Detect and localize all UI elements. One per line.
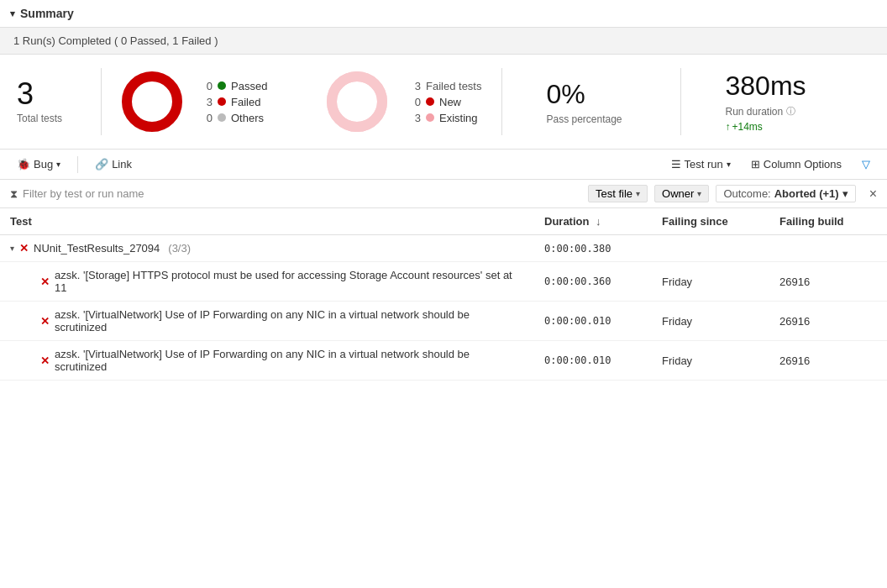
others-legend-item: 0 Others bbox=[199, 112, 267, 124]
stats-divider-1 bbox=[101, 68, 102, 135]
toolbar-divider-1 bbox=[77, 156, 78, 173]
toolbar-left: 🐞 Bug ▾ 🔗 Link bbox=[10, 155, 139, 174]
col-failing-build: Failing build bbox=[769, 208, 887, 235]
test-name-cell: ✕ azsk. '[VirtualNetwork] Use of IP Forw… bbox=[0, 302, 534, 341]
fail-icon: ✕ bbox=[40, 276, 50, 288]
filter-placeholder[interactable]: Filter by test or run name bbox=[23, 187, 144, 200]
stats-divider-2 bbox=[501, 68, 502, 135]
column-options-button[interactable]: ⊞ Column Options bbox=[744, 155, 848, 174]
duration-cell: 0:00:00.010 bbox=[534, 302, 652, 341]
existing-legend-item: 3 Existing bbox=[407, 112, 481, 124]
failing-build-cell: 26916 bbox=[769, 341, 887, 381]
toolbar: 🐞 Bug ▾ 🔗 Link ☰ Test run ▾ ⊞ Column Opt… bbox=[0, 150, 887, 180]
test-run-chevron-icon: ▾ bbox=[727, 160, 731, 169]
up-arrow-icon: ↑ bbox=[725, 121, 730, 133]
pass-percentage-block: 0% Pass percentage bbox=[546, 79, 664, 125]
run-duration-block: 380ms Run duration ⓘ ↑ +14ms bbox=[725, 71, 806, 133]
summary-section: ▾ Summary 1 Run(s) Completed ( 0 Passed,… bbox=[0, 0, 887, 381]
failing-since-cell: Friday bbox=[652, 302, 769, 341]
col-failing-since: Failing since bbox=[652, 208, 769, 235]
existing-count: 3 bbox=[407, 112, 421, 124]
table-row[interactable]: ▾ ✕ NUnit_TestResults_27094 (3/3) 0:00:0… bbox=[0, 235, 887, 262]
failed-tests-legend: 3 Failed tests 0 New 3 Existing bbox=[407, 80, 481, 124]
owner-chip[interactable]: Owner ▾ bbox=[654, 185, 709, 202]
outcome-prefix: Outcome: bbox=[723, 187, 770, 200]
runs-completed-bar: 1 Run(s) Completed ( 0 Passed, 1 Failed … bbox=[0, 28, 887, 55]
pass-fail-legend: 0 Passed 3 Failed 0 Others bbox=[199, 80, 267, 124]
failing-build-cell bbox=[769, 235, 887, 262]
existing-dot bbox=[426, 113, 434, 122]
new-count: 0 bbox=[407, 96, 421, 108]
filter-input-wrap: ⧗ Filter by test or run name bbox=[10, 187, 578, 201]
filter-close-button[interactable]: × bbox=[869, 186, 877, 202]
outcome-value: Aborted (+1) bbox=[774, 187, 839, 200]
table-row[interactable]: ✕ azsk. '[VirtualNetwork] Use of IP Forw… bbox=[0, 302, 887, 341]
pass-percentage-value: 0% bbox=[546, 79, 664, 110]
svg-point-5 bbox=[339, 83, 375, 120]
group-name: NUnit_TestResults_27094 bbox=[34, 242, 160, 255]
filter-icon: ⧗ bbox=[10, 187, 18, 201]
pass-percentage-label: Pass percentage bbox=[546, 113, 664, 125]
fail-icon: ✕ bbox=[40, 315, 50, 328]
filter-chips: Test file ▾ Owner ▾ Outcome: Aborted (+1… bbox=[588, 185, 877, 202]
failed-tests-donut-chart bbox=[323, 68, 391, 135]
failed-label: Failed bbox=[231, 96, 260, 108]
new-legend-item: 0 New bbox=[407, 96, 481, 108]
link-button[interactable]: 🔗 Link bbox=[88, 155, 139, 174]
run-duration-label: Run duration ⓘ bbox=[725, 105, 806, 118]
owner-chevron-icon: ▾ bbox=[697, 189, 701, 198]
info-icon[interactable]: ⓘ bbox=[786, 105, 795, 118]
filter-toggle-button[interactable]: ▽ bbox=[855, 155, 877, 174]
passed-count: 0 bbox=[199, 80, 213, 92]
list-icon: ☰ bbox=[671, 158, 681, 171]
outcome-chevron-icon: ▾ bbox=[842, 187, 848, 200]
failing-build-cell: 26916 bbox=[769, 262, 887, 302]
summary-header[interactable]: ▾ Summary bbox=[0, 0, 887, 28]
duration-cell: 0:00:00.010 bbox=[534, 341, 652, 381]
link-icon: 🔗 bbox=[95, 158, 108, 171]
test-file-chip[interactable]: Test file ▾ bbox=[588, 185, 648, 202]
table-row[interactable]: ✕ azsk. '[Storage] HTTPS protocol must b… bbox=[0, 262, 887, 302]
toolbar-right: ☰ Test run ▾ ⊞ Column Options ▽ bbox=[664, 155, 877, 174]
svg-point-2 bbox=[134, 83, 171, 120]
failing-since-cell: Friday bbox=[652, 341, 769, 381]
failing-build-cell: 26916 bbox=[769, 302, 887, 341]
bug-button[interactable]: 🐞 Bug ▾ bbox=[10, 155, 67, 174]
fail-icon: ✕ bbox=[19, 242, 29, 255]
run-duration-value: 380ms bbox=[725, 71, 806, 102]
group-badge: (3/3) bbox=[168, 242, 191, 255]
test-file-chevron-icon: ▾ bbox=[636, 189, 640, 198]
passed-label: Passed bbox=[231, 80, 267, 92]
table-row[interactable]: ✕ azsk. '[VirtualNetwork] Use of IP Forw… bbox=[0, 341, 887, 381]
failed-count: 3 bbox=[199, 96, 213, 108]
pass-fail-donut-chart bbox=[118, 68, 186, 135]
failing-since-cell: Friday bbox=[652, 262, 769, 302]
duration-cell: 0:00:00.380 bbox=[534, 235, 652, 262]
total-tests-block: 3 Total tests bbox=[17, 79, 84, 124]
test-name-cell: ▾ ✕ NUnit_TestResults_27094 (3/3) bbox=[0, 235, 534, 262]
failed-tests-count: 3 bbox=[407, 80, 421, 92]
funnel-icon: ▽ bbox=[862, 158, 870, 171]
expand-icon[interactable]: ▾ bbox=[10, 244, 14, 253]
test-name-cell: ✕ azsk. '[VirtualNetwork] Use of IP Forw… bbox=[0, 341, 534, 381]
columns-icon: ⊞ bbox=[751, 158, 760, 171]
col-duration[interactable]: Duration ↓ bbox=[534, 208, 652, 235]
failed-tests-count-item: 3 Failed tests bbox=[407, 80, 481, 92]
passed-legend-item: 0 Passed bbox=[199, 80, 267, 92]
summary-title: Summary bbox=[20, 7, 74, 20]
test-run-button[interactable]: ☰ Test run ▾ bbox=[664, 155, 737, 174]
child-name: azsk. '[VirtualNetwork] Use of IP Forwar… bbox=[55, 348, 524, 373]
outcome-chip[interactable]: Outcome: Aborted (+1) ▾ bbox=[716, 185, 855, 202]
others-dot bbox=[218, 113, 226, 122]
test-table: Test Duration ↓ Failing since Failing bu… bbox=[0, 208, 887, 381]
total-tests-number: 3 bbox=[17, 79, 34, 109]
others-count: 0 bbox=[199, 112, 213, 124]
filter-bar: ⧗ Filter by test or run name Test file ▾… bbox=[0, 180, 887, 208]
existing-label: Existing bbox=[439, 112, 478, 124]
test-table-wrap: Test Duration ↓ Failing since Failing bu… bbox=[0, 208, 887, 381]
failed-dot bbox=[218, 97, 226, 106]
duration-delta: ↑ +14ms bbox=[725, 121, 806, 133]
bug-chevron-icon: ▾ bbox=[56, 160, 60, 169]
table-header-row: Test Duration ↓ Failing since Failing bu… bbox=[0, 208, 887, 235]
new-label: New bbox=[439, 96, 461, 108]
